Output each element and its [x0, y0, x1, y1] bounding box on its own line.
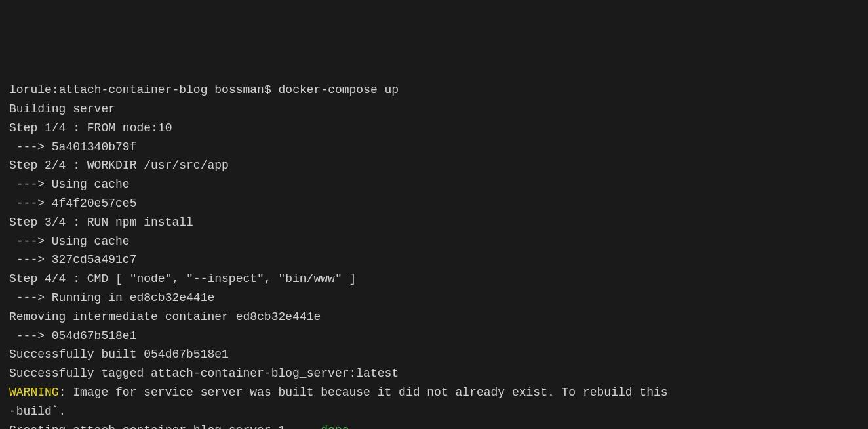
creating-line: Creating attach-container-blog_server_1 … [9, 421, 859, 429]
terminal-output[interactable]: lorule:attach-container-blog bossman$ do… [9, 81, 859, 429]
prompt-line: lorule:attach-container-blog bossman$ do… [9, 81, 859, 100]
command: docker-compose up [279, 83, 399, 96]
output-line: -build`. [9, 402, 859, 421]
warning-text: : Image for service server was built bec… [59, 386, 668, 399]
output-line: Successfully tagged attach-container-blo… [9, 364, 859, 383]
output-line: Step 3/4 : RUN npm install [9, 213, 859, 232]
prompt-host: lorule [9, 83, 52, 96]
output-line: Building server [9, 100, 859, 119]
creating-text: Creating attach-container-blog_server_1 … [9, 424, 321, 429]
prompt-symbol: $ [264, 83, 271, 96]
output-line: ---> 5a401340b79f [9, 138, 859, 157]
output-line: ---> 4f4f20e57ce5 [9, 194, 859, 213]
output-line: ---> Using cache [9, 175, 859, 194]
warning-label: WARNING [9, 386, 59, 399]
output-line: ---> Running in ed8cb32e441e [9, 289, 859, 308]
prompt-path: attach-container-blog [59, 83, 208, 96]
output-line: Step 4/4 : CMD [ "node", "--inspect", "b… [9, 270, 859, 289]
output-line: Removing intermediate container ed8cb32e… [9, 308, 859, 327]
warning-line: WARNING: Image for service server was bu… [9, 383, 859, 402]
output-line: ---> Using cache [9, 232, 859, 251]
output-line: Successfully built 054d67b518e1 [9, 345, 859, 364]
done-label: done [321, 424, 349, 429]
output-line: ---> 054d67b518e1 [9, 327, 859, 346]
output-line: ---> 327cd5a491c7 [9, 251, 859, 270]
output-line: Step 2/4 : WORKDIR /usr/src/app [9, 156, 859, 175]
output-line: Step 1/4 : FROM node:10 [9, 119, 859, 138]
prompt-user: bossman [214, 83, 264, 96]
